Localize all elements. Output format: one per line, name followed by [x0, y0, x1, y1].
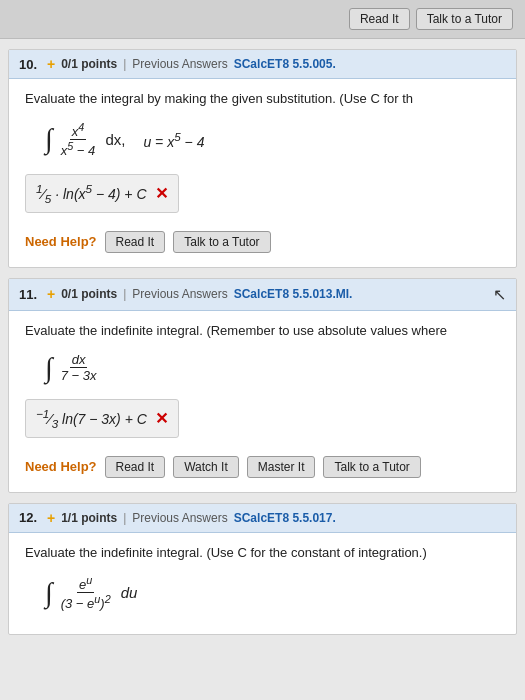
q12-points: 1/1 points	[61, 511, 117, 525]
q10-answer-text: 1⁄5 · ln(x5 − 4) + C	[36, 182, 147, 204]
q10-integral-sign: ∫	[45, 125, 53, 153]
q12-integral-sign: ∫	[45, 579, 53, 607]
q10-dx: dx,	[101, 131, 125, 148]
q10-talk-tutor-button[interactable]: Talk to a Tutor	[173, 231, 270, 253]
question-10-header: 10. + 0/1 points | Previous Answers SCal…	[9, 50, 516, 79]
q10-answer-box: 1⁄5 · ln(x5 − 4) + C ✕	[25, 174, 179, 212]
q11-plus-icon: +	[47, 286, 55, 302]
q10-sep: |	[123, 57, 126, 71]
question-11-body: Evaluate the indefinite integral. (Remem…	[9, 311, 516, 492]
q10-integral: ∫ x4 x5 − 4 dx, u = x5 − 4	[45, 121, 500, 159]
top-bar: Read It Talk to a Tutor	[0, 0, 525, 39]
q12-question-text: Evaluate the indefinite integral. (Use C…	[25, 543, 500, 563]
q12-plus-icon: +	[47, 510, 55, 526]
q10-denominator: x5 − 4	[59, 140, 98, 158]
q11-prev-answers: Previous Answers	[132, 287, 227, 301]
q11-integral-sign: ∫	[45, 354, 53, 382]
q11-answer-box: −1⁄3 ln(7 − 3x) + C ✕	[25, 399, 179, 437]
question-10-block: 10. + 0/1 points | Previous Answers SCal…	[8, 49, 517, 268]
q10-number: 10.	[19, 57, 41, 72]
q12-course-code: SCalcET8 5.5.017.	[234, 511, 336, 525]
question-10-body: Evaluate the integral by making the give…	[9, 79, 516, 267]
question-12-body: Evaluate the indefinite integral. (Use C…	[9, 533, 516, 634]
q11-wrong-mark: ✕	[155, 409, 168, 428]
q10-points: 0/1 points	[61, 57, 117, 71]
q10-prev-answers: Previous Answers	[132, 57, 227, 71]
q10-read-it-button[interactable]: Read It	[105, 231, 166, 253]
q10-need-help-label: Need Help?	[25, 234, 97, 249]
question-11-block: 11. + 0/1 points | Previous Answers SCal…	[8, 278, 517, 493]
question-11-header: 11. + 0/1 points | Previous Answers SCal…	[9, 279, 516, 311]
q11-need-help-row: Need Help? Read It Watch It Master It Ta…	[25, 456, 500, 478]
q12-du: du	[121, 584, 138, 601]
q12-numerator: eu	[77, 574, 94, 593]
q11-number: 11.	[19, 287, 41, 302]
q11-answer-text: −1⁄3 ln(7 − 3x) + C	[36, 407, 147, 429]
q11-denominator: 7 − 3x	[59, 368, 99, 383]
q10-plus-icon: +	[47, 56, 55, 72]
q12-sep: |	[123, 511, 126, 525]
q11-fraction: dx 7 − 3x	[59, 352, 99, 383]
question-12-header: 12. + 1/1 points | Previous Answers SCal…	[9, 504, 516, 533]
q12-denominator: (3 − eu)2	[59, 593, 113, 611]
question-12-block: 12. + 1/1 points | Previous Answers SCal…	[8, 503, 517, 635]
q11-talk-tutor-button[interactable]: Talk to a Tutor	[323, 456, 420, 478]
q11-need-help-label: Need Help?	[25, 459, 97, 474]
read-it-button-top[interactable]: Read It	[349, 8, 410, 30]
q11-numerator: dx	[70, 352, 88, 368]
q11-points: 0/1 points	[61, 287, 117, 301]
cursor-icon: ↖	[493, 285, 506, 304]
q10-substitution: u = x5 − 4	[143, 130, 204, 150]
q11-read-it-button[interactable]: Read It	[105, 456, 166, 478]
q11-watch-it-button[interactable]: Watch It	[173, 456, 239, 478]
q11-integral: ∫ dx 7 − 3x	[45, 352, 500, 383]
q10-numerator: x4	[70, 121, 87, 140]
q10-need-help-row: Need Help? Read It Talk to a Tutor	[25, 231, 500, 253]
q10-question-text: Evaluate the integral by making the give…	[25, 89, 500, 109]
q11-course-code: SCalcET8 5.5.013.MI.	[234, 287, 353, 301]
talk-tutor-button-top[interactable]: Talk to a Tutor	[416, 8, 513, 30]
q10-course-code: SCalcET8 5.5.005.	[234, 57, 336, 71]
q12-number: 12.	[19, 510, 41, 525]
q12-prev-answers: Previous Answers	[132, 511, 227, 525]
q11-question-text: Evaluate the indefinite integral. (Remem…	[25, 321, 500, 341]
q11-master-it-button[interactable]: Master It	[247, 456, 316, 478]
q11-sep: |	[123, 287, 126, 301]
q10-fraction: x4 x5 − 4	[59, 121, 98, 159]
q12-integral: ∫ eu (3 − eu)2 du	[45, 574, 500, 612]
q12-fraction: eu (3 − eu)2	[59, 574, 113, 612]
q10-wrong-mark: ✕	[155, 184, 168, 203]
